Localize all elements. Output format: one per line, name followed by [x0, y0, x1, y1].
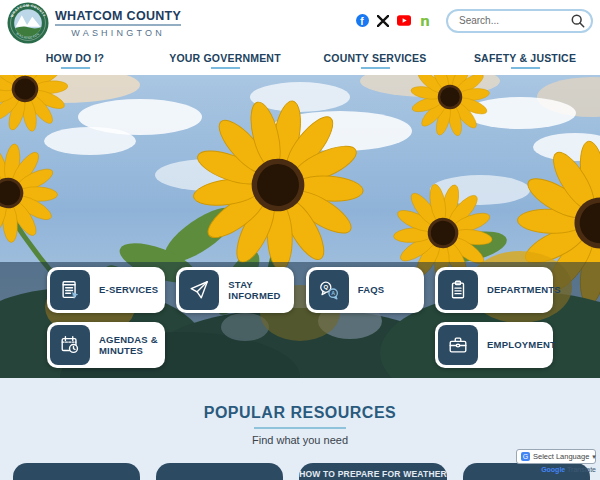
quick-link-agendas-minutes[interactable]: AGENDAS & MINUTES — [47, 322, 165, 368]
quick-links: E-SERVICES STAY INFORMED Q — [47, 267, 553, 368]
title-divider — [55, 24, 181, 26]
social-links: f n — [355, 14, 432, 28]
x-twitter-icon[interactable] — [376, 14, 390, 28]
main-navigation: HOW DO I? YOUR GOVERNMENT COUNTY SERVICE… — [0, 45, 600, 75]
header-utilities: f n — [355, 9, 593, 33]
briefcase-icon — [438, 325, 478, 365]
nav-underline — [361, 67, 390, 69]
section-subtitle: Find what you need — [0, 434, 600, 446]
google-translate-widget: G Select Language ▾ Google Translate — [516, 449, 596, 473]
nav-underline — [211, 67, 240, 69]
quick-link-eservices[interactable]: E-SERVICES — [47, 267, 165, 313]
facebook-icon[interactable]: f — [355, 14, 369, 28]
quick-link-stay-informed[interactable]: STAY INFORMED — [176, 267, 294, 313]
popular-resources-section: POPULAR RESOURCES Find what you need HOW… — [0, 378, 600, 480]
section-title-underline — [254, 427, 346, 429]
quick-link-departments[interactable]: DEPARTMENTS — [435, 267, 553, 313]
facebook-glyph: f — [360, 17, 363, 27]
nav-item-how-do-i[interactable]: HOW DO I? — [0, 45, 150, 75]
nav-underline — [61, 67, 90, 69]
site-title-block: WHATCOM COUNTY WASHINGTON — [55, 7, 181, 38]
resource-button-1[interactable] — [13, 463, 140, 480]
site-subtitle: WASHINGTON — [55, 28, 181, 38]
county-seal-icon: WHATCOM COUNTY WASHINGTON — [7, 2, 49, 44]
clipboard-icon — [438, 270, 478, 310]
section-title: POPULAR RESOURCES — [0, 378, 600, 422]
nav-underline — [511, 67, 540, 69]
site-search — [446, 9, 593, 33]
resource-button-weather[interactable]: HOW TO PREPARE FOR WEATHER — [299, 463, 447, 480]
nav-item-your-government[interactable]: YOUR GOVERNMENT — [150, 45, 300, 75]
document-cursor-icon — [50, 270, 90, 310]
youtube-icon[interactable] — [397, 14, 411, 28]
language-selector[interactable]: G Select Language ▾ — [516, 449, 596, 464]
nav-item-safety-justice[interactable]: SAFETY & JUSTICE — [450, 45, 600, 75]
site-logo-link[interactable]: WHATCOM COUNTY WASHINGTON WHATCOM COUNTY… — [7, 2, 181, 44]
google-translate-icon: G — [521, 452, 530, 461]
resource-button-2[interactable] — [156, 463, 283, 480]
chevron-down-icon: ▾ — [592, 453, 596, 460]
hero-banner: E-SERVICES STAY INFORMED Q — [0, 75, 600, 378]
search-icon[interactable] — [571, 14, 585, 28]
nav-item-county-services[interactable]: COUNTY SERVICES — [300, 45, 450, 75]
paper-plane-icon — [179, 270, 219, 310]
nextdoor-icon[interactable]: n — [418, 14, 432, 28]
calendar-clock-icon — [50, 325, 90, 365]
quick-link-faqs[interactable]: Q A FAQS — [306, 267, 424, 313]
site-title: WHATCOM COUNTY — [55, 9, 181, 23]
svg-text:A: A — [331, 290, 335, 296]
popular-resource-buttons: HOW TO PREPARE FOR WEATHER — [13, 463, 590, 480]
google-translate-attribution[interactable]: Google Translate — [516, 466, 596, 473]
question-answer-bubbles-icon: Q A — [309, 270, 349, 310]
whatcom-county-homepage: WHATCOM COUNTY WASHINGTON WHATCOM COUNTY… — [0, 0, 600, 480]
svg-text:Q: Q — [323, 284, 328, 290]
site-header: WHATCOM COUNTY WASHINGTON WHATCOM COUNTY… — [0, 0, 600, 45]
quick-link-employment[interactable]: EMPLOYMENT — [435, 322, 553, 368]
